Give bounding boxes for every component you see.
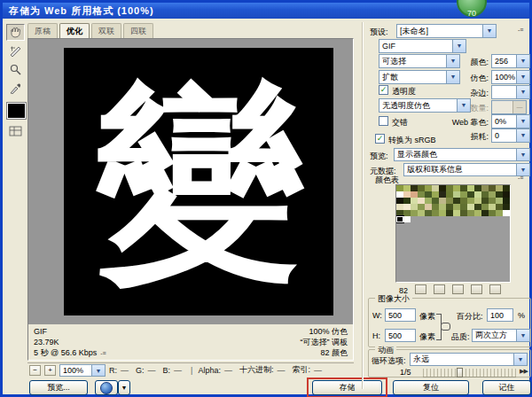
color-swatch[interactable] [418, 210, 425, 216]
color-swatch[interactable] [411, 198, 418, 204]
color-swatch[interactable] [489, 191, 496, 198]
color-swatch[interactable] [396, 204, 403, 210]
tab-2up[interactable]: 双联 [91, 23, 121, 38]
interlaced-checkbox[interactable]: ✓ [379, 116, 388, 126]
slice-select-tool[interactable] [6, 43, 25, 59]
color-swatch[interactable] [446, 185, 453, 191]
color-swatch[interactable] [446, 210, 453, 216]
preview-dropdown[interactable]: 显示器颜色 ▼ [394, 148, 530, 161]
color-swatch[interactable] [432, 185, 439, 191]
frame-slider[interactable] [423, 369, 516, 378]
web-shift-icon[interactable] [415, 284, 426, 294]
metadata-dropdown[interactable]: 版权和联系信息 ▼ [403, 163, 530, 176]
color-swatch[interactable] [403, 185, 411, 191]
color-swatch[interactable] [425, 204, 432, 210]
color-swatch[interactable] [474, 198, 481, 204]
transparency-map-icon[interactable] [452, 284, 464, 294]
color-swatch[interactable] [425, 210, 432, 216]
format-dropdown[interactable]: GIF ▼ [379, 39, 466, 53]
color-swatch[interactable] [474, 204, 481, 210]
width-input[interactable] [385, 308, 416, 322]
color-swatch[interactable] [396, 185, 403, 191]
color-swatch[interactable] [474, 191, 481, 198]
color-swatch[interactable] [411, 185, 418, 191]
color-swatch[interactable] [439, 198, 446, 204]
color-swatch[interactable] [496, 210, 503, 216]
color-swatch[interactable] [467, 198, 474, 204]
save-button[interactable]: 存储 [312, 380, 382, 395]
color-swatch[interactable] [411, 204, 418, 210]
loop-options-dropdown[interactable]: 永远 ▼ [410, 353, 528, 366]
color-swatch[interactable] [496, 185, 503, 191]
color-swatch[interactable] [396, 210, 403, 216]
color-swatch[interactable] [503, 204, 510, 210]
hand-tool[interactable] [6, 24, 25, 41]
color-swatch[interactable] [460, 198, 467, 204]
color-swatch[interactable] [418, 191, 425, 198]
color-swatch[interactable] [467, 191, 474, 198]
zoom-tool[interactable] [6, 61, 25, 78]
color-swatch[interactable] [453, 191, 460, 198]
color-swatch[interactable] [489, 204, 496, 210]
toggle-slices-visibility[interactable] [6, 123, 25, 138]
color-swatch[interactable] [439, 210, 446, 216]
color-swatch[interactable] [439, 204, 446, 210]
color-reduction-dropdown[interactable]: 可选择 ▼ [379, 54, 460, 68]
color-swatch[interactable] [432, 191, 439, 198]
download-speed-menu-icon[interactable]: -≡ [100, 348, 106, 359]
reset-button[interactable]: 复位 [393, 380, 469, 395]
color-swatch[interactable] [481, 210, 489, 216]
color-swatch[interactable] [411, 210, 418, 216]
color-swatch[interactable] [460, 185, 467, 191]
color-swatch[interactable] [396, 198, 403, 204]
tab-optimized[interactable]: 优化 [59, 23, 90, 38]
percent-input[interactable] [487, 308, 513, 322]
color-swatch[interactable] [489, 210, 496, 216]
color-swatch[interactable] [474, 185, 481, 191]
delete-color-icon[interactable] [489, 284, 501, 294]
color-swatch[interactable] [481, 191, 489, 198]
color-swatch[interactable] [446, 204, 453, 210]
transparency-dither-dropdown[interactable]: 无透明度仿色 ▼ [379, 98, 471, 113]
color-swatch[interactable] [503, 210, 510, 216]
color-swatch[interactable] [432, 204, 439, 210]
color-swatch[interactable] [481, 204, 489, 210]
color-swatch[interactable] [489, 185, 496, 191]
color-swatch[interactable] [418, 204, 425, 210]
lossy-dropdown[interactable]: 0 ▼ [491, 128, 530, 143]
color-swatch[interactable] [403, 191, 411, 198]
color-table-menu-icon[interactable]: -≡ [518, 175, 523, 181]
color-swatch[interactable] [474, 210, 481, 216]
colors-dropdown[interactable]: 256 ▼ [491, 54, 530, 68]
color-swatch[interactable] [453, 185, 460, 191]
color-swatch[interactable] [418, 198, 425, 204]
color-swatch[interactable] [496, 198, 503, 204]
color-swatch[interactable] [439, 191, 446, 198]
color-swatch[interactable] [503, 191, 510, 198]
color-swatch[interactable] [467, 210, 474, 216]
new-color-icon[interactable] [471, 284, 482, 294]
color-swatch[interactable] [446, 191, 453, 198]
color-swatch[interactable] [503, 198, 510, 204]
zoom-level-dropdown[interactable]: 100% ▼ [59, 364, 106, 377]
preview-in-browser-button[interactable]: 预览... [29, 380, 88, 395]
color-swatch[interactable] [496, 191, 503, 198]
color-swatch[interactable] [467, 204, 474, 210]
color-swatch[interactable] [453, 198, 460, 204]
eyedropper-color-swatch[interactable] [7, 103, 26, 119]
color-swatch[interactable] [453, 204, 460, 210]
matte-dropdown[interactable]: ▼ [491, 85, 530, 99]
color-swatch[interactable] [425, 185, 432, 191]
color-swatch[interactable] [403, 198, 411, 204]
srgb-checkbox[interactable]: ✓ [375, 134, 385, 144]
tab-4up[interactable]: 四联 [123, 23, 153, 38]
slider-thumb[interactable] [457, 368, 463, 378]
browser-preview-button[interactable] [95, 380, 118, 395]
color-swatch[interactable] [432, 198, 439, 204]
dither-method-dropdown[interactable]: 扩散 ▼ [379, 70, 460, 84]
color-swatch[interactable] [425, 191, 432, 198]
color-swatch[interactable] [439, 185, 446, 191]
optimize-panel-menu-icon[interactable]: -≡ [518, 27, 523, 33]
color-swatch[interactable] [460, 210, 467, 216]
color-swatch[interactable] [411, 191, 418, 198]
